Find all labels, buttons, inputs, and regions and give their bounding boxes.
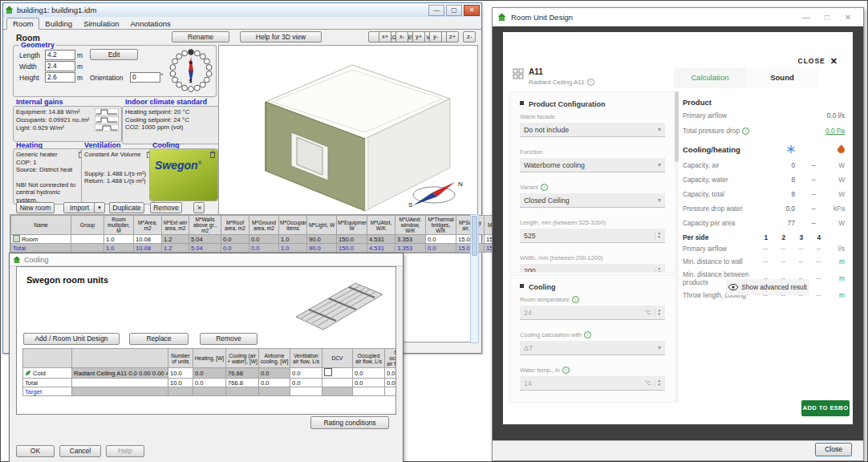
units-col-header[interactable] <box>72 349 168 368</box>
stepper-icon[interactable]: ▲▼ <box>655 379 661 387</box>
axis-button-zminus[interactable]: z- <box>463 31 476 43</box>
rooms-col-header[interactable]: Group <box>71 216 104 235</box>
help-3d-button[interactable]: Help for 3D view <box>240 31 322 43</box>
tab-sound[interactable]: Sound <box>746 67 818 88</box>
rooms-col-header[interactable]: M*Roof area, m2 <box>221 216 249 235</box>
units-col-header[interactable]: Cooling (air + water), [W] <box>226 349 259 368</box>
rooms-cell[interactable]: 10.08 <box>134 244 162 253</box>
add-to-esbo-button[interactable]: ADD TO ESBO <box>801 400 850 416</box>
unit-desc-cell[interactable]: Radiant Ceiling A11 0.0 0.00 0.00 44 <box>72 368 168 379</box>
axis-button-yminus[interactable]: y- <box>429 31 442 43</box>
duplicate-button[interactable]: Duplicate <box>109 202 144 213</box>
internal-gains-box[interactable]: Equipment: 14.88 W/m² Occupants: 0.09921… <box>13 106 122 142</box>
close-window-button[interactable]: Close <box>815 443 852 456</box>
rooms-cell[interactable]: 0.0 <box>221 235 249 244</box>
axis-button-yplus[interactable]: y+ <box>412 31 425 43</box>
expand-icon[interactable]: ⇲ <box>193 202 205 213</box>
units-table-row[interactable]: Target <box>23 387 397 396</box>
units-cell[interactable]: 0.0 <box>290 379 322 387</box>
length-input[interactable]: 4.2 <box>45 50 75 60</box>
units-cell[interactable]: 0.0 <box>193 368 226 379</box>
maximize-icon[interactable]: □ <box>817 13 838 22</box>
rooms-cell[interactable]: 150.0 <box>337 235 367 244</box>
add-room-unit-button[interactable]: Add / Room Unit Design <box>23 333 120 345</box>
minimize-icon[interactable]: — <box>428 5 444 16</box>
room-name-cell[interactable]: Total <box>11 244 71 253</box>
unit-desc-cell[interactable] <box>72 379 168 387</box>
config-input[interactable]: Do not include▾ <box>520 123 665 137</box>
units-cell[interactable]: 0.0 <box>259 379 290 387</box>
units-col-header[interactable]: Number of units <box>168 349 193 368</box>
rooms-cell[interactable] <box>71 235 104 244</box>
maximize-icon[interactable]: ▢ <box>446 5 462 16</box>
axis-button-xplus[interactable]: x+ <box>379 31 391 43</box>
units-col-header[interactable] <box>23 349 72 368</box>
units-cell[interactable] <box>259 387 290 396</box>
orientation-input[interactable]: 0 <box>130 72 160 83</box>
rename-button[interactable]: Rename <box>172 31 229 43</box>
axis-button-zplus[interactable]: z+ <box>446 31 459 43</box>
config-input[interactable]: Waterborne cooling▾ <box>520 158 665 172</box>
units-cell[interactable] <box>353 387 385 396</box>
units-cell[interactable] <box>322 379 353 387</box>
rooms-cell[interactable]: 4.531 <box>367 235 395 244</box>
room-name-cell[interactable]: Room <box>11 235 71 244</box>
rooms-col-header[interactable]: M*UAext. window, W/K <box>395 216 426 235</box>
panel-scrollbar[interactable] <box>675 91 679 403</box>
units-cell[interactable] <box>322 387 353 396</box>
import-button[interactable]: Import <box>63 202 95 213</box>
rooms-cell[interactable]: 1.0 <box>104 235 134 244</box>
units-cell[interactable]: 766.8 <box>226 379 259 387</box>
rooms-cell[interactable]: 5.04 <box>189 244 221 253</box>
remove-button[interactable]: Remove <box>150 202 182 213</box>
rooms-col-header[interactable]: Room multiplier, M <box>104 216 134 235</box>
tab-annotations[interactable]: Annotations <box>125 18 176 29</box>
rooms-cell[interactable]: 3.353 <box>395 235 426 244</box>
rooms-cell[interactable]: 0.0 <box>221 244 249 253</box>
rooms-cell[interactable] <box>71 244 104 253</box>
units-col-header[interactable]: Occupied air flow, L/s <box>353 349 385 368</box>
tab-room[interactable]: Room <box>6 18 39 30</box>
units-cell[interactable]: 0.0 <box>353 379 385 387</box>
unit-desc-cell[interactable] <box>72 387 168 396</box>
units-cell[interactable]: 10.0 <box>168 368 193 379</box>
units-cell[interactable]: 0.0 <box>193 379 226 387</box>
units-cell[interactable]: 76.68 <box>226 368 259 379</box>
units-col-header[interactable]: Ventilation air flow, L/s <box>290 349 322 368</box>
room-3d-view[interactable]: N S <box>218 45 478 215</box>
rooms-cell[interactable]: 1.0 <box>104 244 134 253</box>
stepper-icon[interactable]: ▲▼ <box>655 309 661 316</box>
rooms-cell[interactable]: 90.0 <box>307 244 337 253</box>
rooms-cell[interactable]: 90.0 <box>307 235 337 244</box>
height-input[interactable]: 2.6 <box>45 72 75 83</box>
units-cell[interactable]: 0.0 <box>353 368 385 379</box>
rooms-col-header[interactable]: M*Equipment, W <box>337 216 367 235</box>
units-col-header[interactable]: Airborne cooling, [W] <box>259 349 290 368</box>
indoor-climate-box[interactable]: Heating setpoint: 20 °C Cooling setpoint… <box>122 106 223 144</box>
edit-button[interactable]: Edit <box>90 49 138 60</box>
rooms-col-header[interactable]: Name <box>11 216 71 235</box>
stepper-icon[interactable]: ▲▼ <box>655 232 661 239</box>
rooms-col-header[interactable]: M*Area, m2 <box>134 216 162 235</box>
heating-box[interactable]: Generic heater COP: 1 Source: District h… <box>13 148 87 205</box>
unit-label-cell[interactable]: Target <box>23 387 72 396</box>
rooms-col-header[interactable]: M*UAtot, W/K <box>367 216 395 235</box>
import-dropdown-icon[interactable]: ▼ <box>94 202 105 213</box>
config-input[interactable]: 525▲▼ <box>520 229 665 243</box>
units-cell[interactable] <box>193 387 226 396</box>
units-cell[interactable]: 0.0 <box>385 368 397 379</box>
table-scrollbar[interactable] <box>470 214 479 343</box>
cancel-button[interactable]: Cancel <box>59 445 101 457</box>
units-col-header[interactable]: DCV <box>322 349 353 368</box>
units-cell[interactable]: 0.0 <box>259 368 290 379</box>
compass-rose-icon[interactable]: NS <box>168 47 213 94</box>
rooms-col-header[interactable]: M*Walls above gr., m2 <box>189 216 221 235</box>
stepper-icon[interactable]: ▲▼ <box>655 267 661 273</box>
cooling-input[interactable]: ΔT▾ <box>520 341 665 355</box>
config-section-header[interactable]: Product Configuration <box>520 100 675 108</box>
rooms-cell[interactable]: 150.0 <box>337 244 367 253</box>
ok-button[interactable]: OK <box>16 445 55 457</box>
new-room-button[interactable]: New room <box>16 202 55 213</box>
rooms-cell[interactable]: 3.353 <box>395 244 426 253</box>
minimize-icon[interactable]: — <box>796 13 817 22</box>
